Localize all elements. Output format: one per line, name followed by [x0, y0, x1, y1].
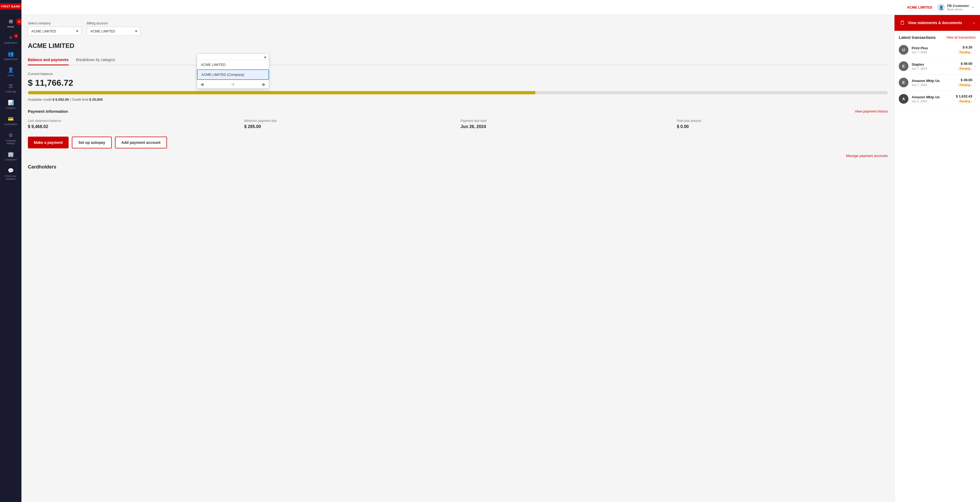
user-menu-chevron: ▾ [972, 6, 974, 9]
sidebar-item-audit-logs[interactable]: ☰ Audit logs [0, 80, 21, 97]
content-area: Select company ACME LIMITED Billing acco… [21, 15, 980, 502]
action-buttons: Make a payment Set up autopay Add paymen… [28, 137, 888, 148]
transaction-item-0[interactable]: U Print Plus Jun 7, 2024 $ 9.30 Pending … [894, 42, 980, 58]
tx-amount-1: $ 49.00 [961, 62, 972, 66]
sidebar-item-feedback[interactable]: 💬 Share your feedback [0, 164, 21, 184]
tx-name-2: Amazon Mktp Us [912, 79, 958, 83]
sidebar-item-company-settings[interactable]: ⚙ Company settings [0, 129, 21, 148]
transactions-header: Latest transactions View all transaction… [894, 31, 980, 42]
available-credit-value: $ 6,592.00 [52, 97, 69, 102]
select-row: Select company ACME LIMITED Billing acco… [28, 21, 888, 36]
audit-logs-icon: ☰ [9, 83, 13, 89]
tx-arrow-2: › [974, 80, 976, 85]
tx-arrow-0: › [974, 48, 976, 52]
main-wrapper: ACME LIMITED 👤 FB Customer Bank admin ▾ … [21, 0, 980, 502]
billing-select[interactable]: ACME LIMITED [87, 27, 140, 36]
tx-info-1: Staples Jun 7, 2024 [912, 62, 958, 70]
tx-date-0: Jun 7, 2024 [912, 51, 958, 54]
right-panel: 🗒 View statements & documents › Latest t… [894, 15, 980, 502]
company-select[interactable]: ACME LIMITED [28, 27, 81, 36]
payment-info-title: Payment information [28, 109, 68, 114]
transaction-item-2[interactable]: E Amazon Mktp Us Jun 7, 2024 $ 49.00 Pen… [894, 75, 980, 91]
tx-right-0: $ 9.30 Pending [958, 45, 972, 54]
tx-right-3: $ 1,632.43 Pending [956, 94, 972, 103]
notifications-icon: ≡ [10, 35, 12, 40]
sidebar-item-users[interactable]: 👤 Users [0, 64, 21, 80]
view-all-transactions-link[interactable]: View all transactions [947, 36, 976, 40]
payment-details-grid: Last statement balance $ 9,468.02 Minimu… [28, 119, 888, 129]
detail-value-3: $ 0.00 [677, 124, 888, 129]
cardholders-icon: 💳 [8, 116, 14, 122]
statements-banner[interactable]: 🗒 View statements & documents › [894, 15, 980, 31]
tx-info-2: Amazon Mktp Us Jun 7, 2024 [912, 79, 958, 87]
tx-avatar-0: U [899, 45, 908, 55]
make-payment-button[interactable]: Make a payment [28, 137, 68, 148]
available-credit-label: Available credit [28, 97, 51, 102]
payment-detail-1: Minimum payment due $ 285.00 [244, 119, 455, 129]
tabs: Balance and payments Breakdown by catego… [28, 55, 888, 65]
tx-right-1: $ 49.00 Pending [958, 62, 972, 71]
dropdown-nav-icon: ↺ [231, 82, 235, 87]
statements-icon: 🗒 [900, 20, 905, 26]
dropdown-nav-right[interactable]: ▶ [261, 81, 267, 87]
dropdown-option-1[interactable]: ACME LIMITED (Company) [197, 69, 269, 80]
payment-detail-3: Past due amount $ 0.00 [677, 119, 888, 129]
tx-amount-2: $ 49.00 [961, 78, 972, 82]
tab-breakdown-category[interactable]: Breakdown by category [76, 55, 115, 65]
header-user[interactable]: 👤 FB Customer Bank admin ▾ [937, 4, 974, 11]
dropdown-scroll-top: ▲ [197, 54, 269, 60]
sidebar-toggle[interactable] [16, 19, 21, 25]
dropdown-scroll-up[interactable]: ▲ [262, 54, 268, 59]
statements-arrow: › [973, 21, 975, 25]
add-payment-account-button[interactable]: Add payment account [115, 137, 167, 148]
credit-progress-bar [28, 91, 888, 94]
transaction-item-1[interactable]: E Staples Jun 7, 2024 $ 49.00 Pending › [894, 58, 980, 75]
tab-balance-payments[interactable]: Balance and payments [28, 55, 68, 65]
tx-name-3: Amazon Mktp Us [912, 95, 956, 99]
logo-container: FIRST BANK [0, 0, 21, 13]
company-settings-icon: ⚙ [9, 132, 13, 138]
tx-avatar-1: E [899, 61, 908, 71]
company-select-group: Select company ACME LIMITED [28, 21, 81, 36]
analytics-icon: 📊 [8, 100, 14, 106]
tx-right-2: $ 49.00 Pending [958, 78, 972, 87]
tx-status-3: Pending [958, 99, 972, 103]
view-payment-history-link[interactable]: View payment history [855, 109, 888, 113]
manage-payment-link[interactable]: Manage payment accounts [846, 154, 888, 158]
billing-select-label: Billing account [87, 21, 140, 25]
sidebar-item-departments[interactable]: 👥 Departments [0, 48, 21, 64]
sidebar-item-companies[interactable]: 🏢 Companies [0, 148, 21, 164]
statements-text: View statements & documents [908, 21, 973, 25]
credit-limit-value: $ 20,000 [89, 97, 103, 102]
detail-value-1: $ 285.00 [244, 124, 455, 129]
tx-status-1: Pending [958, 67, 972, 71]
tx-date-3: Jun 5, 2024 [912, 100, 956, 103]
tx-info-0: Print Plus Jun 7, 2024 [912, 46, 958, 54]
departments-icon: 👥 [8, 51, 14, 57]
tx-status-0: Pending [958, 50, 972, 54]
tx-avatar-3: A [899, 94, 908, 104]
transaction-item-3[interactable]: A Amazon Mktp Us Jun 5, 2024 $ 1,632.43 … [894, 91, 980, 107]
dropdown-option-0[interactable]: ACME LIMITED [197, 60, 269, 69]
detail-label-3: Past due amount [677, 119, 888, 123]
detail-label-2: Payment due date [460, 119, 671, 123]
tx-date-1: Jun 7, 2024 [912, 67, 958, 70]
companies-icon: 🏢 [8, 151, 14, 157]
dropdown-nav-left[interactable]: ◀ [199, 81, 205, 87]
tx-status-2: Pending [958, 83, 972, 87]
manage-payment-accounts: Manage payment accounts [28, 154, 888, 158]
tx-name-0: Print Plus [912, 46, 958, 50]
credit-progress-fill [28, 91, 535, 94]
notifications-badge: 0 [14, 34, 18, 38]
transactions-title: Latest transactions [899, 35, 936, 40]
header-company: ACME LIMITED [907, 5, 932, 10]
sidebar-item-analytics[interactable]: 📊 Analytics [0, 97, 21, 113]
cardholders-title: Cardholders [28, 164, 888, 170]
sidebar-item-notifications[interactable]: ≡ 0 Notifications [0, 32, 21, 48]
sidebar-item-cardholders[interactable]: 💳 Cardholders [0, 113, 21, 129]
detail-value-0: $ 9,468.02 [28, 124, 239, 129]
user-role: Bank admin [947, 8, 969, 11]
user-info: FB Customer Bank admin [947, 4, 969, 11]
set-autopay-button[interactable]: Set up autopay [72, 137, 111, 148]
tx-amount-0: $ 9.30 [963, 45, 972, 49]
